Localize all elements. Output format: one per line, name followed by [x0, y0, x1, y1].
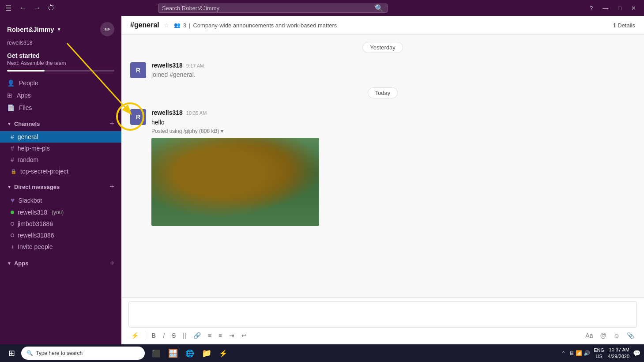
sidebar-item-people[interactable]: 👤 People — [0, 77, 121, 89]
taskbar-language: ENGUS — [594, 347, 604, 360]
message-subtext-1: Posted using /giphy (808 kB) ▾ — [151, 128, 635, 134]
taskbar-multitask-icon[interactable]: ⬛ — [148, 345, 164, 361]
add-dm-icon[interactable]: + — [109, 182, 114, 192]
search-icon: 🔍 — [375, 4, 384, 12]
channels-section-header[interactable]: ▼ Channels + — [0, 117, 121, 131]
dm-name-rewells31886: rewells31886 — [18, 232, 54, 239]
taskbar-store-icon[interactable]: 🪟 — [165, 345, 181, 361]
search-bar[interactable]: 🔍 — [158, 4, 388, 13]
star-icon[interactable]: ☆ — [164, 22, 169, 29]
sidebar-username: rewells318 — [0, 40, 121, 49]
apps-icon: ⊞ — [7, 92, 12, 99]
channel-name-random: random — [18, 156, 38, 163]
tool-code[interactable]: || — [180, 330, 188, 341]
system-time: 9:17 AM — [186, 63, 204, 68]
tool-format[interactable]: Aa — [583, 330, 595, 341]
taskbar-search-bar[interactable]: 🔍 Type here to search — [21, 347, 145, 360]
get-started-box: Get started Next: Assemble the team — [0, 49, 121, 77]
details-button[interactable]: ℹ Details — [614, 22, 635, 29]
tool-attach[interactable]: 📎 — [624, 330, 637, 341]
progress-bar-fill — [7, 70, 45, 72]
maximize-button[interactable]: □ — [614, 3, 626, 13]
message-composer: ⚡ B I S || 🔗 ≡ ≡ ⇥ ↩ Aa @ ☺ 📎 — [121, 297, 644, 344]
tool-indent[interactable]: ⇥ — [226, 330, 237, 341]
progress-bar-container — [7, 70, 114, 72]
tool-strikethrough[interactable]: S — [169, 330, 178, 341]
minimize-button[interactable]: — — [598, 3, 613, 13]
tool-bold[interactable]: B — [149, 330, 158, 341]
message-content-1: rewells318 10:35 AM hello Posted using /… — [151, 109, 635, 226]
close-button[interactable]: ✕ — [627, 3, 640, 13]
taskbar-search-label: Type here to search — [36, 350, 83, 356]
sidebar-apps-section[interactable]: ▼ Apps + — [0, 256, 121, 271]
chat-members-info[interactable]: 👥 3 | Company-wide announcements and wor… — [174, 22, 337, 29]
back-button[interactable]: ← — [17, 3, 29, 13]
taskbar-folder-icon[interactable]: 📁 — [199, 345, 215, 361]
add-app-icon[interactable]: + — [109, 259, 114, 268]
sidebar-item-people-label: People — [19, 79, 38, 87]
channels-section-title: ▼ Channels — [7, 121, 40, 127]
composer-toolbar: ⚡ B I S || 🔗 ≡ ≡ ⇥ ↩ Aa @ ☺ 📎 — [128, 328, 637, 341]
sidebar-item-apps[interactable]: ⊞ Apps — [0, 89, 121, 102]
channel-item-help-me-pls[interactable]: # help-me-pls — [0, 143, 121, 154]
people-icon: 👤 — [7, 79, 15, 87]
giphy-toggle[interactable]: ▾ — [221, 128, 223, 134]
history-button[interactable]: ⏱ — [45, 3, 57, 13]
apps-section-arrow-icon: ▼ — [7, 261, 11, 266]
gif-bear-image — [151, 138, 319, 226]
system-message-joined: R rewells318 9:17 AM joined #general. — [121, 60, 644, 80]
tool-link[interactable]: 🔗 — [191, 330, 203, 341]
taskbar-slack-icon[interactable]: ⚡ — [215, 345, 231, 361]
tool-emoji[interactable]: ☺ — [611, 330, 622, 341]
system-message-content: rewells318 9:17 AM joined #general. — [151, 62, 635, 79]
dm-item-rewells31886[interactable]: rewells31886 — [0, 230, 121, 241]
member-separator: | — [189, 22, 190, 29]
channel-lock-icon: 🔒 — [11, 169, 17, 174]
taskbar-pinned-icons: ⬛ 🪟 🌐 📁 ⚡ — [148, 345, 231, 361]
online-status-dot — [11, 211, 14, 214]
taskbar-notification-icon[interactable]: 💬 — [633, 350, 640, 357]
system-avatar: R — [130, 62, 146, 78]
files-icon: 📄 — [7, 104, 15, 111]
forward-button[interactable]: → — [31, 3, 43, 13]
system-username: rewells318 — [151, 62, 183, 69]
composer-input[interactable] — [128, 301, 637, 328]
dm-item-slackbot[interactable]: ♥ Slackbot — [0, 194, 121, 207]
message-username-1: rewells318 — [151, 109, 183, 116]
yesterday-divider: Yesterday — [121, 35, 644, 60]
offline-status-dot-2 — [11, 234, 14, 237]
menu-icon[interactable]: ☰ — [4, 2, 13, 14]
channel-name-top-secret: top-secret-project — [20, 168, 68, 175]
search-input[interactable] — [162, 5, 372, 11]
member-count: 3 — [183, 22, 186, 29]
dm-item-rewells318[interactable]: rewells318 (you) — [0, 207, 121, 218]
channel-item-general[interactable]: # general — [0, 131, 121, 143]
compose-button[interactable]: ✏ — [100, 22, 114, 36]
dm-arrow-icon: ▼ — [7, 185, 11, 189]
today-label: Today — [368, 87, 398, 98]
tool-mention[interactable]: @ — [597, 330, 609, 341]
gif-container: Hello! — [151, 138, 319, 226]
tool-unordered-list[interactable]: ≡ — [216, 330, 225, 341]
channel-item-random[interactable]: # random — [0, 154, 121, 166]
dm-item-jimbob[interactable]: jimbob31886 — [0, 218, 121, 230]
dm-section: ▼ Direct messages + ♥ Slackbot rewells31… — [0, 180, 121, 253]
invite-people-item[interactable]: + Invite people — [0, 241, 121, 253]
taskbar-up-arrow[interactable]: ⌃ — [561, 351, 565, 356]
dm-section-header[interactable]: ▼ Direct messages + — [0, 180, 121, 194]
tool-ordered-list[interactable]: ≡ — [205, 330, 214, 341]
sidebar-item-files-label: Files — [19, 104, 32, 111]
members-icon: 👥 — [174, 22, 181, 28]
workspace-name: Robert&Jimmy — [7, 26, 54, 33]
add-channel-icon[interactable]: + — [109, 119, 114, 128]
taskbar-chrome-icon[interactable]: 🌐 — [182, 345, 198, 361]
tool-undo[interactable]: ↩ — [239, 330, 249, 341]
sidebar-item-files[interactable]: 📄 Files — [0, 102, 121, 114]
help-button[interactable]: ? — [585, 3, 597, 13]
tool-lightning[interactable]: ⚡ — [128, 330, 141, 341]
tool-italic[interactable]: I — [160, 330, 167, 341]
start-button[interactable]: ⊞ — [4, 345, 19, 361]
workspace-header[interactable]: Robert&Jimmy ▼ ✏ — [0, 16, 121, 40]
channel-item-top-secret[interactable]: 🔒 top-secret-project — [0, 166, 121, 177]
dm-name-rewells318: rewells318 — [18, 209, 47, 216]
